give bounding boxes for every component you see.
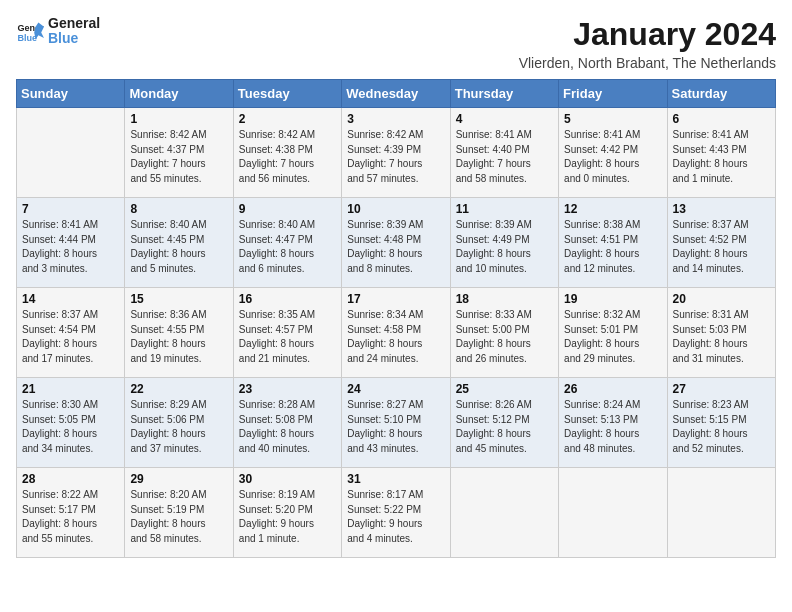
day-cell: 31Sunrise: 8:17 AM Sunset: 5:22 PM Dayli… xyxy=(342,468,450,558)
week-row-4: 21Sunrise: 8:30 AM Sunset: 5:05 PM Dayli… xyxy=(17,378,776,468)
day-number: 23 xyxy=(239,382,336,396)
day-info: Sunrise: 8:42 AM Sunset: 4:37 PM Dayligh… xyxy=(130,128,227,186)
day-info: Sunrise: 8:42 AM Sunset: 4:38 PM Dayligh… xyxy=(239,128,336,186)
week-row-2: 7Sunrise: 8:41 AM Sunset: 4:44 PM Daylig… xyxy=(17,198,776,288)
day-number: 7 xyxy=(22,202,119,216)
day-number: 16 xyxy=(239,292,336,306)
day-cell: 7Sunrise: 8:41 AM Sunset: 4:44 PM Daylig… xyxy=(17,198,125,288)
day-number: 19 xyxy=(564,292,661,306)
weekday-header-saturday: Saturday xyxy=(667,80,775,108)
day-info: Sunrise: 8:34 AM Sunset: 4:58 PM Dayligh… xyxy=(347,308,444,366)
day-number: 15 xyxy=(130,292,227,306)
day-cell: 28Sunrise: 8:22 AM Sunset: 5:17 PM Dayli… xyxy=(17,468,125,558)
day-cell: 24Sunrise: 8:27 AM Sunset: 5:10 PM Dayli… xyxy=(342,378,450,468)
day-cell: 16Sunrise: 8:35 AM Sunset: 4:57 PM Dayli… xyxy=(233,288,341,378)
day-info: Sunrise: 8:28 AM Sunset: 5:08 PM Dayligh… xyxy=(239,398,336,456)
day-cell: 8Sunrise: 8:40 AM Sunset: 4:45 PM Daylig… xyxy=(125,198,233,288)
calendar-header: January 2024 Vlierden, North Brabant, Th… xyxy=(519,16,776,71)
day-cell: 11Sunrise: 8:39 AM Sunset: 4:49 PM Dayli… xyxy=(450,198,558,288)
day-number: 5 xyxy=(564,112,661,126)
weekday-header-friday: Friday xyxy=(559,80,667,108)
day-info: Sunrise: 8:26 AM Sunset: 5:12 PM Dayligh… xyxy=(456,398,553,456)
week-row-5: 28Sunrise: 8:22 AM Sunset: 5:17 PM Dayli… xyxy=(17,468,776,558)
day-info: Sunrise: 8:40 AM Sunset: 4:45 PM Dayligh… xyxy=(130,218,227,276)
day-info: Sunrise: 8:27 AM Sunset: 5:10 PM Dayligh… xyxy=(347,398,444,456)
day-cell: 15Sunrise: 8:36 AM Sunset: 4:55 PM Dayli… xyxy=(125,288,233,378)
weekday-header-wednesday: Wednesday xyxy=(342,80,450,108)
day-info: Sunrise: 8:33 AM Sunset: 5:00 PM Dayligh… xyxy=(456,308,553,366)
day-info: Sunrise: 8:35 AM Sunset: 4:57 PM Dayligh… xyxy=(239,308,336,366)
day-info: Sunrise: 8:29 AM Sunset: 5:06 PM Dayligh… xyxy=(130,398,227,456)
day-number: 20 xyxy=(673,292,770,306)
day-number: 6 xyxy=(673,112,770,126)
day-number: 1 xyxy=(130,112,227,126)
day-cell xyxy=(17,108,125,198)
week-row-1: 1Sunrise: 8:42 AM Sunset: 4:37 PM Daylig… xyxy=(17,108,776,198)
calendar-header-row: SundayMondayTuesdayWednesdayThursdayFrid… xyxy=(17,80,776,108)
day-number: 12 xyxy=(564,202,661,216)
week-row-3: 14Sunrise: 8:37 AM Sunset: 4:54 PM Dayli… xyxy=(17,288,776,378)
day-number: 8 xyxy=(130,202,227,216)
day-cell: 10Sunrise: 8:39 AM Sunset: 4:48 PM Dayli… xyxy=(342,198,450,288)
day-cell xyxy=(450,468,558,558)
day-cell: 29Sunrise: 8:20 AM Sunset: 5:19 PM Dayli… xyxy=(125,468,233,558)
day-info: Sunrise: 8:38 AM Sunset: 4:51 PM Dayligh… xyxy=(564,218,661,276)
day-number: 25 xyxy=(456,382,553,396)
day-cell: 4Sunrise: 8:41 AM Sunset: 4:40 PM Daylig… xyxy=(450,108,558,198)
weekday-header-monday: Monday xyxy=(125,80,233,108)
day-number: 9 xyxy=(239,202,336,216)
day-number: 18 xyxy=(456,292,553,306)
page-header: General Blue General Blue January 2024 V… xyxy=(16,16,776,71)
day-cell: 14Sunrise: 8:37 AM Sunset: 4:54 PM Dayli… xyxy=(17,288,125,378)
calendar-subtitle: Vlierden, North Brabant, The Netherlands xyxy=(519,55,776,71)
day-number: 3 xyxy=(347,112,444,126)
svg-text:Blue: Blue xyxy=(17,33,37,43)
day-cell: 2Sunrise: 8:42 AM Sunset: 4:38 PM Daylig… xyxy=(233,108,341,198)
day-cell: 18Sunrise: 8:33 AM Sunset: 5:00 PM Dayli… xyxy=(450,288,558,378)
day-number: 4 xyxy=(456,112,553,126)
day-info: Sunrise: 8:41 AM Sunset: 4:43 PM Dayligh… xyxy=(673,128,770,186)
day-info: Sunrise: 8:37 AM Sunset: 4:54 PM Dayligh… xyxy=(22,308,119,366)
day-number: 14 xyxy=(22,292,119,306)
weekday-header-thursday: Thursday xyxy=(450,80,558,108)
day-cell: 9Sunrise: 8:40 AM Sunset: 4:47 PM Daylig… xyxy=(233,198,341,288)
day-number: 2 xyxy=(239,112,336,126)
day-number: 21 xyxy=(22,382,119,396)
day-info: Sunrise: 8:32 AM Sunset: 5:01 PM Dayligh… xyxy=(564,308,661,366)
day-number: 17 xyxy=(347,292,444,306)
day-cell: 25Sunrise: 8:26 AM Sunset: 5:12 PM Dayli… xyxy=(450,378,558,468)
weekday-header-tuesday: Tuesday xyxy=(233,80,341,108)
day-number: 11 xyxy=(456,202,553,216)
day-info: Sunrise: 8:20 AM Sunset: 5:19 PM Dayligh… xyxy=(130,488,227,546)
day-info: Sunrise: 8:19 AM Sunset: 5:20 PM Dayligh… xyxy=(239,488,336,546)
day-info: Sunrise: 8:30 AM Sunset: 5:05 PM Dayligh… xyxy=(22,398,119,456)
day-number: 22 xyxy=(130,382,227,396)
logo: General Blue General Blue xyxy=(16,16,100,47)
day-number: 26 xyxy=(564,382,661,396)
day-info: Sunrise: 8:36 AM Sunset: 4:55 PM Dayligh… xyxy=(130,308,227,366)
day-cell: 6Sunrise: 8:41 AM Sunset: 4:43 PM Daylig… xyxy=(667,108,775,198)
day-info: Sunrise: 8:24 AM Sunset: 5:13 PM Dayligh… xyxy=(564,398,661,456)
weekday-header-sunday: Sunday xyxy=(17,80,125,108)
day-cell: 27Sunrise: 8:23 AM Sunset: 5:15 PM Dayli… xyxy=(667,378,775,468)
day-info: Sunrise: 8:41 AM Sunset: 4:40 PM Dayligh… xyxy=(456,128,553,186)
day-info: Sunrise: 8:42 AM Sunset: 4:39 PM Dayligh… xyxy=(347,128,444,186)
day-number: 27 xyxy=(673,382,770,396)
day-info: Sunrise: 8:40 AM Sunset: 4:47 PM Dayligh… xyxy=(239,218,336,276)
day-cell: 5Sunrise: 8:41 AM Sunset: 4:42 PM Daylig… xyxy=(559,108,667,198)
day-cell: 23Sunrise: 8:28 AM Sunset: 5:08 PM Dayli… xyxy=(233,378,341,468)
day-number: 30 xyxy=(239,472,336,486)
day-info: Sunrise: 8:41 AM Sunset: 4:42 PM Dayligh… xyxy=(564,128,661,186)
day-info: Sunrise: 8:39 AM Sunset: 4:48 PM Dayligh… xyxy=(347,218,444,276)
day-number: 24 xyxy=(347,382,444,396)
day-cell xyxy=(667,468,775,558)
day-number: 31 xyxy=(347,472,444,486)
day-cell: 30Sunrise: 8:19 AM Sunset: 5:20 PM Dayli… xyxy=(233,468,341,558)
day-info: Sunrise: 8:39 AM Sunset: 4:49 PM Dayligh… xyxy=(456,218,553,276)
day-cell: 20Sunrise: 8:31 AM Sunset: 5:03 PM Dayli… xyxy=(667,288,775,378)
day-cell: 22Sunrise: 8:29 AM Sunset: 5:06 PM Dayli… xyxy=(125,378,233,468)
day-cell: 12Sunrise: 8:38 AM Sunset: 4:51 PM Dayli… xyxy=(559,198,667,288)
day-number: 10 xyxy=(347,202,444,216)
day-cell: 1Sunrise: 8:42 AM Sunset: 4:37 PM Daylig… xyxy=(125,108,233,198)
day-number: 29 xyxy=(130,472,227,486)
